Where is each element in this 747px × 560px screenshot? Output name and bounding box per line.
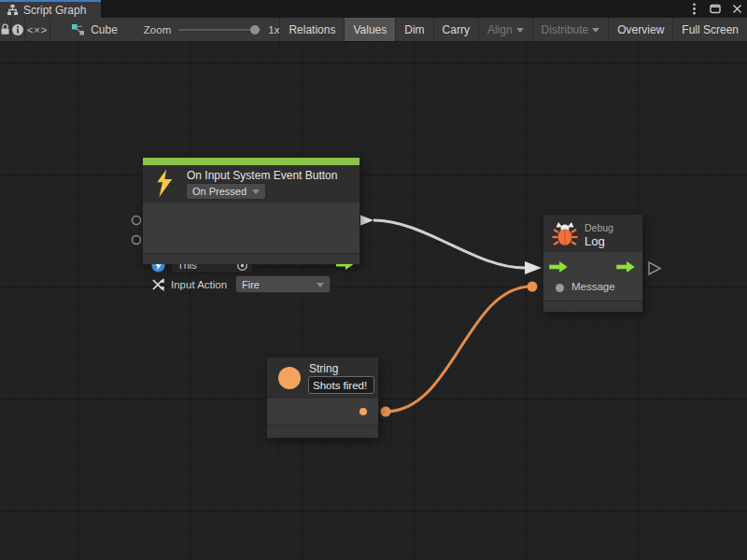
bug-icon (551, 220, 579, 248)
node-string-literal[interactable]: String Shots fired! (267, 357, 378, 438)
flow-wire-source-arrow (359, 215, 374, 226)
string-node-body (267, 399, 378, 425)
code-view-icon: <×> (27, 24, 48, 35)
connection-value-wire[interactable] (386, 287, 531, 412)
carry-button[interactable]: Carry (434, 18, 479, 41)
event-node-title: On Input System Event Button (187, 169, 337, 182)
code-view-button[interactable]: <×> (25, 18, 50, 41)
info-button[interactable] (11, 18, 25, 41)
graph-breadcrumb[interactable]: Cube (71, 23, 118, 36)
maximize-icon[interactable] (709, 2, 722, 17)
chevron-down-icon (592, 28, 599, 33)
string-node-title: String (309, 362, 338, 375)
zoom-control: Zoom 1x (144, 24, 280, 35)
connection-flow-wire[interactable] (374, 220, 525, 268)
node-debug-log[interactable]: Debug Log Message (543, 215, 642, 312)
node-on-input-system-event-button[interactable]: On Input System Event Button On Pressed … (143, 158, 359, 264)
lightning-bolt-icon (154, 169, 175, 199)
input-action-dropdown[interactable]: Fire (236, 276, 330, 292)
title-bar: Script Graph (0, 0, 747, 18)
input-action-icon (151, 277, 166, 292)
string-node-footer (267, 425, 378, 438)
lock-button[interactable] (0, 18, 11, 41)
debug-node-footer (543, 301, 642, 312)
event-node-header: On Input System Event Button On Pressed (143, 165, 359, 203)
graph-asset-icon (71, 23, 85, 36)
input-action-input-port[interactable] (133, 236, 141, 245)
value-wire-dest-dot (528, 282, 538, 292)
values-button[interactable]: Values (345, 18, 396, 41)
distribute-button[interactable]: Distribute (533, 18, 610, 41)
orange-circle-icon (278, 367, 301, 389)
fullscreen-button[interactable]: Full Screen (673, 18, 747, 41)
tab-script-graph[interactable]: Script Graph (0, 0, 101, 18)
flow-input-arrow-icon[interactable] (549, 261, 568, 273)
script-graph-window: Script Graph (0, 0, 747, 560)
string-value-field[interactable]: Shots fired! (308, 376, 374, 394)
kebab-menu-icon[interactable] (687, 2, 700, 17)
message-port-label: Message (571, 281, 615, 292)
string-node-header: String Shots fired! (267, 357, 378, 399)
close-icon[interactable] (730, 2, 743, 17)
relations-button[interactable]: Relations (280, 18, 345, 41)
zoom-slider[interactable] (178, 29, 261, 31)
zoom-slider-knob[interactable] (250, 25, 260, 35)
window-controls (687, 0, 743, 18)
flow-output-arrow-icon[interactable] (616, 261, 635, 273)
chevron-down-icon (317, 283, 324, 287)
info-icon (11, 23, 24, 36)
chevron-down-icon (516, 28, 524, 33)
zoom-value: 1x (268, 24, 279, 35)
debug-node-body: Message (543, 252, 642, 301)
graph-toolbar: <×> Cube Zoom 1x Relations Values (0, 18, 747, 42)
input-action-label: Input Action (171, 279, 227, 290)
debug-flow-output-port[interactable] (649, 262, 660, 274)
debug-node-category: Debug (585, 222, 613, 233)
zoom-label: Zoom (144, 24, 171, 35)
event-node-footer (143, 253, 359, 264)
debug-node-header: Debug Log (543, 215, 642, 252)
string-output-port-dot[interactable] (359, 408, 367, 415)
graph-name: Cube (91, 23, 118, 36)
chevron-down-icon (252, 189, 260, 194)
dim-button[interactable]: Dim (396, 18, 433, 41)
graph-tab-icon (7, 4, 19, 16)
message-port-dot[interactable] (556, 284, 564, 292)
tab-title: Script Graph (23, 4, 86, 17)
lock-icon (0, 23, 10, 35)
graph-canvas[interactable]: On Input System Event Button On Pressed … (0, 42, 747, 560)
flow-wire-dest-arrow (525, 261, 542, 274)
event-accent-bar (143, 158, 359, 165)
align-button[interactable]: Align (479, 18, 533, 41)
value-wire-source-dot (381, 407, 391, 417)
event-type-dropdown[interactable]: On Pressed (187, 184, 265, 199)
this-input-port[interactable] (133, 217, 141, 225)
debug-node-title: Log (585, 234, 605, 248)
overview-button[interactable]: Overview (609, 18, 673, 41)
event-node-body: This Input Action (143, 203, 359, 253)
toolbar-graph-section: Cube Zoom 1x (50, 18, 280, 41)
